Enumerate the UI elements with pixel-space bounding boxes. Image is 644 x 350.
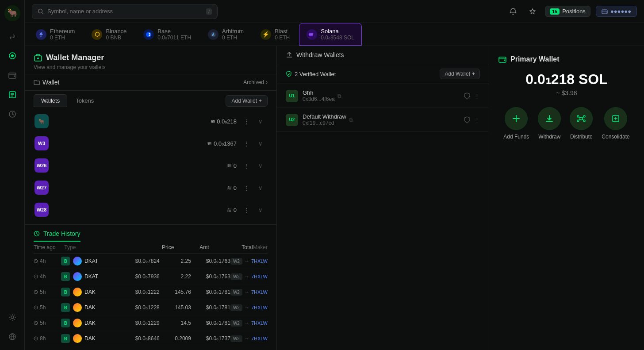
chain-tab-ethereum[interactable]: Ethereum 0 ETH — [28, 23, 82, 46]
copy-button-u1[interactable]: ⧉ — [337, 93, 341, 99]
wallet-amount-w26: ≋ 0 — [49, 162, 237, 169]
tab-wallets[interactable]: Wallets — [34, 94, 67, 107]
positions-badge[interactable]: 15 Positions — [545, 6, 590, 17]
sidebar-item-translate[interactable] — [4, 329, 20, 345]
chain-name-ethereum: Ethereum 0 ETH — [50, 28, 75, 41]
withdraw-header: Withdraw Wallets — [277, 46, 489, 64]
row-maker: W2 → 7HXLW — [230, 335, 268, 342]
add-wallet-button[interactable]: Add Wallet + — [226, 95, 268, 107]
col-header-token — [77, 244, 121, 250]
primary-wallet-title: Primary Wallet — [510, 55, 560, 63]
row-token: DAK — [73, 334, 112, 343]
distribute-label: Distribute — [570, 134, 593, 140]
table-row[interactable]: 4h B DKAT $0.0₀7936 2.22 $0.0₀1763 — [34, 269, 268, 285]
row-time: 8h — [34, 335, 61, 342]
table-row[interactable]: 5h B DAK $0.0₀1222 145.76 $0.0₀1781 — [34, 285, 268, 300]
col-header-total: Total — [209, 244, 253, 250]
row-time: 5h — [34, 289, 61, 295]
binance-icon: ⬡ — [92, 29, 102, 40]
table-row[interactable]: 5h B DAK $0.0₀1228 145.03 $0.0₀1781 — [34, 300, 268, 315]
add-funds-button[interactable]: Add Funds — [503, 107, 529, 140]
more-button-u2[interactable]: ⋮ — [474, 116, 480, 123]
sidebar-item-wallet[interactable] — [4, 67, 20, 83]
chain-tab-blast[interactable]: ⚡ Blast 0 ETH — [253, 23, 297, 46]
wallet-expand-w1[interactable]: ∨ — [254, 115, 267, 127]
consolidate-icon — [604, 107, 627, 130]
list-item[interactable]: W3 ≋ 0.0₀1367 ⋮ ∨ — [30, 133, 271, 154]
sidebar-item-portfolio[interactable] — [4, 87, 20, 103]
chain-tab-binance[interactable]: ⬡ Binance 0 BNB — [84, 23, 134, 46]
svg-point-34 — [583, 115, 585, 117]
col-header-price: Price — [121, 244, 174, 250]
row-time: 4h — [34, 273, 61, 280]
sidebar-item-settings[interactable] — [4, 309, 20, 325]
wallet-expand-w27[interactable]: ∨ — [254, 181, 267, 194]
row-amt: 2.25 — [160, 258, 191, 264]
sidebar-item-swap[interactable]: ⇄ — [4, 28, 20, 44]
wallet-connect-button[interactable]: ●●●●●● — [596, 6, 637, 17]
tabs-row: Wallets Tokens Add Wallet + — [25, 91, 276, 111]
wallet-more-button-w27[interactable]: ⋮ — [240, 181, 253, 194]
wallet-expand-w3[interactable]: ∨ — [254, 137, 267, 150]
chain-tabs: Ethereum 0 ETH ⬡ Binance 0 BNB — [25, 23, 644, 46]
list-item[interactable]: W28 ≋ 0 ⋮ ∨ — [30, 199, 271, 220]
verified-title: 2 Verified Wallet — [286, 71, 336, 77]
wallet-more-button-w3[interactable]: ⋮ — [240, 137, 253, 150]
wallet-more-button-w1[interactable]: ⋮ — [240, 115, 253, 127]
list-item[interactable]: 🐂 ≋ 0.0₀218 ⋮ ∨ — [30, 111, 271, 132]
copy-button-u2[interactable]: ⧉ — [349, 117, 353, 123]
verified-wallet-item-u1[interactable]: U1 Ghh 0x3d6...4f6ea ⧉ ⋮ — [277, 84, 489, 108]
more-button-u1[interactable]: ⋮ — [474, 92, 480, 99]
add-wallet-verified-button[interactable]: Add Wallet + — [440, 69, 480, 79]
chain-tab-base[interactable]: Base 0.0₀7011 ETH — [136, 23, 199, 46]
wallet-actions-w27: ⋮ ∨ — [240, 181, 267, 194]
svg-point-33 — [577, 115, 579, 117]
svg-point-11 — [11, 316, 14, 319]
trade-history-header: Trade History — [34, 225, 80, 242]
shield-button-u2[interactable] — [464, 116, 471, 123]
search-box[interactable]: / — [32, 4, 218, 19]
svg-point-15 — [606, 12, 606, 12]
list-item[interactable]: W26 ≋ 0 ⋮ ∨ — [30, 155, 271, 176]
sidebar-item-monitor[interactable] — [4, 48, 20, 64]
archived-link[interactable]: Archived › — [243, 79, 268, 85]
shield-check-icon — [286, 71, 292, 77]
positions-count: 15 — [550, 8, 560, 15]
table-row[interactable]: 8h B DAK $0.0₀8646 0.2009 $0.0₀1737 — [34, 331, 268, 346]
withdraw-button[interactable]: Withdraw — [538, 107, 561, 140]
wallet-actions-w28: ⋮ ∨ — [240, 204, 267, 216]
row-total: $0.0₀1781 — [191, 304, 230, 311]
list-item[interactable]: W27 ≋ 0 ⋮ ∨ — [30, 177, 271, 198]
row-type: B — [61, 272, 73, 281]
row-amt: 0.2009 — [160, 335, 191, 342]
shield-button-u1[interactable] — [464, 92, 471, 100]
table-row[interactable]: 5h B DAK $0.0₀1229 14.5 $0.0₀1781 W — [34, 315, 268, 331]
table-row[interactable]: 4h B DKAT $0.0₀7824 2.25 $0.0₀1763 — [34, 254, 268, 269]
wallet-manager-header: Wallet Manager View and manage your wall… — [25, 46, 276, 74]
wallet-expand-w28[interactable]: ∨ — [254, 204, 267, 216]
positions-label: Positions — [562, 8, 586, 15]
withdraw-icon — [286, 51, 293, 58]
sidebar-item-history[interactable] — [4, 106, 20, 122]
chain-tab-arbitrum[interactable]: Arbitrum 0 ETH — [200, 23, 251, 46]
search-input[interactable] — [47, 8, 203, 15]
app-logo[interactable]: 🐂 — [4, 5, 20, 21]
verified-wallet-item-u2[interactable]: U2 Default Withdraw 0xf19...c97cd ⧉ ⋮ — [277, 108, 489, 132]
row-total: $0.0₀1763 — [191, 258, 230, 264]
tab-tokens[interactable]: Tokens — [68, 94, 101, 107]
favorites-button[interactable] — [525, 4, 540, 19]
row-token: DKAT — [73, 272, 112, 281]
distribute-button[interactable]: Distribute — [570, 107, 593, 140]
wallet-expand-w26[interactable]: ∨ — [254, 159, 267, 172]
chain-tab-solana[interactable]: Solana 0.0₀3548 SOL — [299, 23, 362, 46]
svg-point-3 — [11, 54, 14, 57]
wallet-more-button-w28[interactable]: ⋮ — [240, 204, 253, 216]
svg-point-13 — [38, 9, 42, 13]
add-funds-icon — [505, 107, 528, 130]
consolidate-button[interactable]: Consolidate — [602, 107, 629, 140]
notifications-button[interactable] — [506, 4, 520, 19]
folder-icon — [34, 79, 40, 85]
chain-name-arbitrum: Arbitrum 0 ETH — [222, 28, 244, 41]
list-item[interactable]: W29 ≋ 0 ⋮ ∨ — [30, 221, 271, 224]
wallet-more-button-w26[interactable]: ⋮ — [240, 159, 253, 172]
